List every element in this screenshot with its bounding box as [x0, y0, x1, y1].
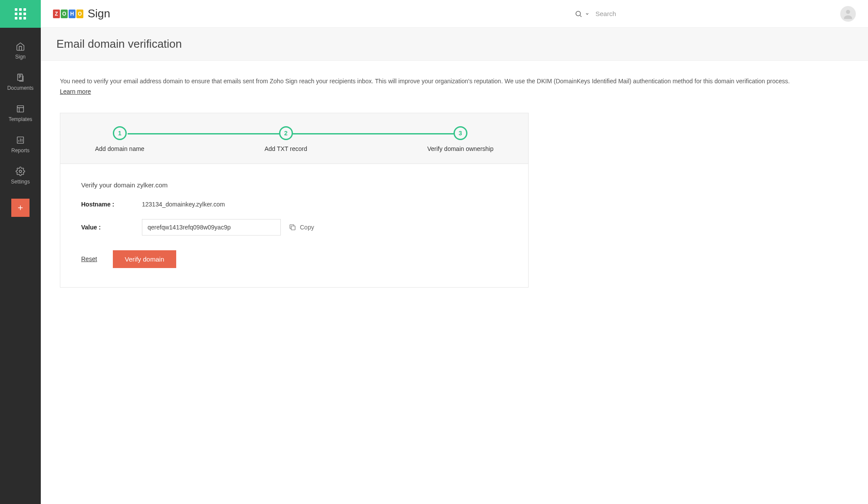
- actions-row: Reset Verify domain: [81, 250, 507, 268]
- sidebar-item-reports[interactable]: Reports: [0, 129, 41, 160]
- step-verify-ownership: 3 Verify domain ownership: [427, 126, 493, 152]
- user-icon: [842, 8, 854, 20]
- home-icon: [16, 42, 25, 51]
- brand-logo[interactable]: Z O H O Sign: [53, 7, 110, 20]
- svg-point-3: [19, 170, 22, 173]
- logo-boxes: Z O H O: [53, 10, 83, 18]
- step-label: Add TXT record: [264, 145, 307, 152]
- verify-heading: Verify your domain zylker.com: [81, 181, 507, 189]
- sidebar-item-sign[interactable]: Sign: [0, 36, 41, 67]
- sidebar-item-label: Reports: [11, 147, 30, 154]
- copy-label: Copy: [300, 224, 314, 231]
- verify-domain-button[interactable]: Verify domain: [113, 250, 177, 268]
- documents-icon: [16, 73, 25, 82]
- reset-link[interactable]: Reset: [81, 255, 97, 262]
- step-number: 3: [454, 126, 467, 140]
- sidebar-item-settings[interactable]: Settings: [0, 160, 41, 192]
- sidebar-item-label: Documents: [7, 85, 34, 91]
- step-number: 1: [113, 126, 127, 140]
- search-input[interactable]: [595, 10, 830, 17]
- copy-button[interactable]: Copy: [289, 223, 314, 231]
- svg-point-5: [846, 10, 850, 13]
- svg-rect-1: [17, 106, 24, 112]
- sidebar-item-documents[interactable]: Documents: [0, 67, 41, 98]
- reports-icon: [16, 135, 25, 145]
- sidebar-item-label: Sign: [15, 54, 26, 60]
- svg-rect-6: [291, 226, 295, 230]
- plus-icon: [16, 204, 24, 212]
- apps-grid-icon: [15, 8, 26, 20]
- step-label: Add domain name: [95, 145, 145, 152]
- apps-launcher[interactable]: [0, 0, 41, 28]
- hostname-value: 123134_domainkey.zylker.com: [142, 201, 225, 208]
- stepper: 1 Add domain name 2 Add TXT record 3 Ver…: [60, 113, 528, 164]
- step-label: Verify domain ownership: [427, 145, 493, 152]
- content: You need to verify your email address do…: [41, 61, 868, 303]
- page-description: You need to verify your email address do…: [60, 76, 806, 97]
- sidebar-item-label: Templates: [9, 116, 33, 122]
- sidebar-item-label: Settings: [11, 179, 30, 185]
- svg-point-4: [576, 11, 581, 16]
- topbar: Z O H O Sign: [41, 0, 868, 28]
- page-title: Email domain verification: [56, 37, 182, 51]
- hostname-label: Hostname :: [81, 201, 142, 208]
- sidebar-nav: Sign Documents Templates Reports Setting…: [0, 28, 41, 217]
- logo-letter: O: [76, 10, 83, 18]
- logo-letter: Z: [53, 10, 60, 18]
- value-row: Value : Copy: [81, 219, 507, 236]
- learn-more-link[interactable]: Learn more: [60, 88, 91, 95]
- value-label: Value :: [81, 224, 142, 231]
- step-add-domain: 1 Add domain name: [95, 126, 145, 152]
- hostname-row: Hostname : 123134_domainkey.zylker.com: [81, 201, 507, 208]
- step-number: 2: [279, 126, 293, 140]
- step-add-txt: 2 Add TXT record: [264, 126, 307, 152]
- search-icon[interactable]: [575, 10, 582, 18]
- sidebar-item-templates[interactable]: Templates: [0, 98, 41, 129]
- search-wrap: [575, 10, 830, 18]
- avatar[interactable]: [840, 6, 856, 22]
- page-header: Email domain verification: [41, 28, 868, 61]
- card-body: Verify your domain zylker.com Hostname :…: [60, 164, 528, 287]
- verification-card: 1 Add domain name 2 Add TXT record 3 Ver…: [60, 113, 529, 288]
- sidebar: Sign Documents Templates Reports Setting…: [0, 0, 41, 504]
- gear-icon: [16, 167, 25, 176]
- add-button[interactable]: [11, 199, 30, 217]
- logo-letter: O: [61, 10, 68, 18]
- value-input[interactable]: [142, 219, 281, 236]
- copy-icon: [289, 223, 296, 231]
- logo-letter: H: [69, 10, 76, 18]
- templates-icon: [16, 104, 25, 114]
- product-name: Sign: [88, 7, 110, 20]
- chevron-down-icon[interactable]: [585, 12, 589, 16]
